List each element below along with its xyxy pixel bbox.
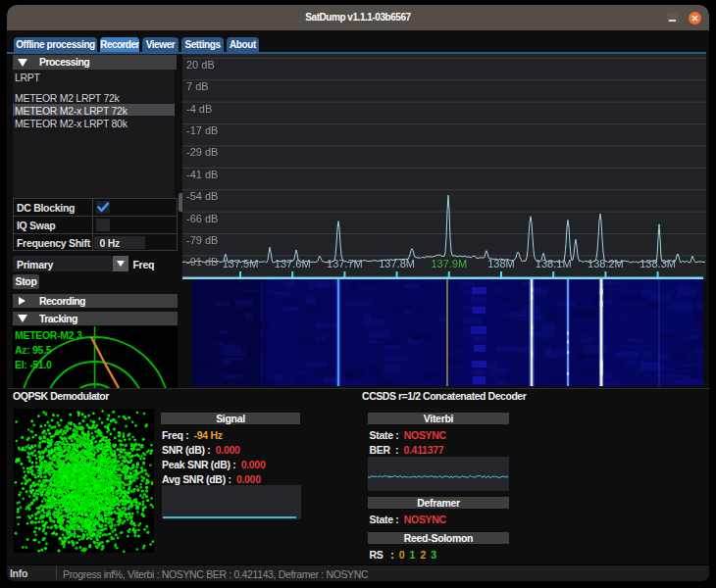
svg-text:El: -51.0: El: -51.0 [15,359,52,370]
svg-text:METEOR-M2 3: METEOR-M2 3 [15,329,82,341]
svg-text:Az: 95.5: Az: 95.5 [15,344,52,356]
